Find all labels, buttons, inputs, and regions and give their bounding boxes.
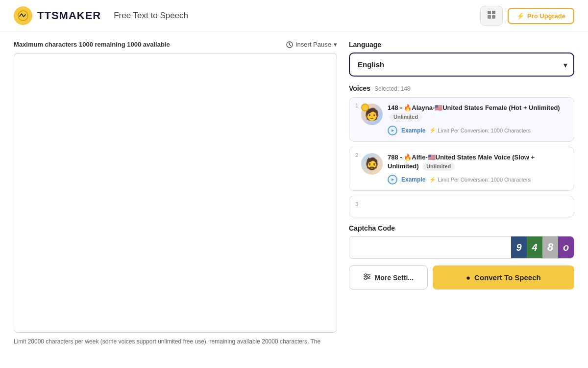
char-limit-text: Maximum characters 1000 remaining 1000 a…	[14, 41, 170, 48]
voice-avatar-2: 🧔	[361, 153, 383, 175]
captcha-digit-1: 9	[511, 236, 527, 259]
captcha-digit-3: 8	[542, 236, 558, 259]
limit-text-2: ⚡ Limit Per Conversion: 1000 Characters	[429, 177, 531, 183]
captcha-input[interactable]	[349, 237, 511, 258]
convert-label: Convert To Speech	[474, 273, 541, 282]
voices-count: Selected: 148	[374, 85, 410, 92]
captcha-digit-4: o	[558, 236, 574, 259]
voice-badge-1: Unlimited	[390, 113, 422, 121]
svg-line-7	[290, 45, 291, 46]
voice-number-1: 1	[355, 103, 358, 108]
language-select[interactable]: English Spanish French German Chinese Ja…	[349, 53, 574, 77]
example-label-1[interactable]: Example	[401, 127, 425, 134]
convert-icon: ●	[466, 273, 470, 282]
voice-card-2[interactable]: 2 🧔 788 - 🔥Alfie-🇺🇸United States Male Vo…	[349, 147, 574, 191]
limit-text-1: ⚡ Limit Per Conversion: 1000 Characters	[429, 127, 531, 133]
play-button-1[interactable]	[388, 126, 397, 135]
captcha-image: 9 4 8 o	[511, 237, 574, 258]
header: TTSMAKER Free Text to Speech ⚡ Pro Upgra…	[0, 0, 588, 32]
logo-area: TTSMAKER Free Text to Speech	[14, 6, 188, 25]
voice-card-1[interactable]: 1 🧑 148 - 🔥Alayna-🇺🇸United States Female…	[349, 97, 574, 142]
svg-rect-3	[488, 15, 491, 19]
svg-point-12	[368, 276, 369, 278]
footer-note: Limit 20000 characters per week (some vo…	[14, 338, 337, 345]
svg-point-13	[365, 278, 367, 280]
voice-example-row-2: Example ⚡ Limit Per Conversion: 1000 Cha…	[388, 175, 567, 184]
action-row: More Setti... ● Convert To Speech	[349, 265, 574, 289]
insert-pause-button[interactable]: Insert Pause ▾	[286, 41, 337, 48]
voice-card-2-inner: 🧔 788 - 🔥Alfie-🇺🇸United States Male Voic…	[356, 153, 567, 185]
settings-icon	[363, 273, 371, 282]
play-button-2[interactable]	[388, 175, 397, 184]
voice-example-row-1: Example ⚡ Limit Per Conversion: 1000 Cha…	[388, 126, 567, 135]
voice-card-1-inner: 🧑 148 - 🔥Alayna-🇺🇸United States Female (…	[356, 104, 567, 135]
voices-label: Voices	[349, 84, 370, 92]
svg-rect-1	[488, 11, 491, 14]
lightning-icon-2: ⚡	[429, 177, 436, 183]
text-input[interactable]	[14, 53, 337, 333]
captcha-digit-2: 4	[527, 236, 542, 259]
voice-number-2: 2	[355, 152, 358, 158]
voice-info-1: 148 - 🔥Alayna-🇺🇸United States Female (Ho…	[388, 104, 567, 135]
svg-rect-2	[492, 11, 495, 14]
voice-number-3: 3	[355, 201, 358, 207]
voice-info-2: 788 - 🔥Alfie-🇺🇸United States Male Voice …	[388, 153, 567, 185]
voice-name-1: 148 - 🔥Alayna-🇺🇸United States Female (Ho…	[388, 104, 567, 122]
logo-subtitle: Free Text to Speech	[114, 11, 188, 21]
header-actions: ⚡ Pro Upgrade	[480, 6, 574, 26]
svg-point-11	[365, 274, 367, 276]
voices-header: Voices Selected: 148	[349, 84, 574, 92]
captcha-row: 9 4 8 o	[349, 236, 574, 259]
language-wrapper: English Spanish French German Chinese Ja…	[349, 53, 574, 77]
selected-dot-1	[361, 104, 369, 111]
voice-card-3[interactable]: 3	[349, 196, 574, 217]
pro-icon: ⚡	[516, 12, 524, 20]
insert-pause-label: Insert Pause	[295, 41, 331, 48]
main-container: Maximum characters 1000 remaining 1000 a…	[0, 32, 588, 345]
voice-name-2: 788 - 🔥Alfie-🇺🇸United States Male Voice …	[388, 153, 567, 171]
left-panel: Maximum characters 1000 remaining 1000 a…	[14, 41, 337, 345]
char-info-row: Maximum characters 1000 remaining 1000 a…	[14, 41, 337, 48]
chevron-down-icon: ▾	[334, 41, 337, 48]
voice-badge-2: Unlimited	[422, 162, 455, 171]
convert-button[interactable]: ● Convert To Speech	[433, 265, 574, 289]
translate-button[interactable]	[480, 6, 503, 26]
settings-label: More Setti...	[375, 274, 414, 282]
language-label: Language	[349, 41, 574, 49]
captcha-label: Captcha Code	[349, 224, 574, 232]
example-label-2[interactable]: Example	[401, 176, 425, 183]
logo-brand: TTSMAKER	[37, 9, 101, 22]
logo-icon	[14, 6, 32, 25]
lightning-icon: ⚡	[429, 127, 436, 133]
pro-upgrade-button[interactable]: ⚡ Pro Upgrade	[508, 8, 574, 24]
settings-button[interactable]: More Setti...	[349, 265, 428, 289]
right-panel: Language English Spanish French German C…	[349, 41, 574, 345]
svg-rect-4	[492, 15, 495, 19]
captcha-section: Captcha Code 9 4 8 o	[349, 224, 574, 259]
pro-label: Pro Upgrade	[527, 12, 565, 20]
